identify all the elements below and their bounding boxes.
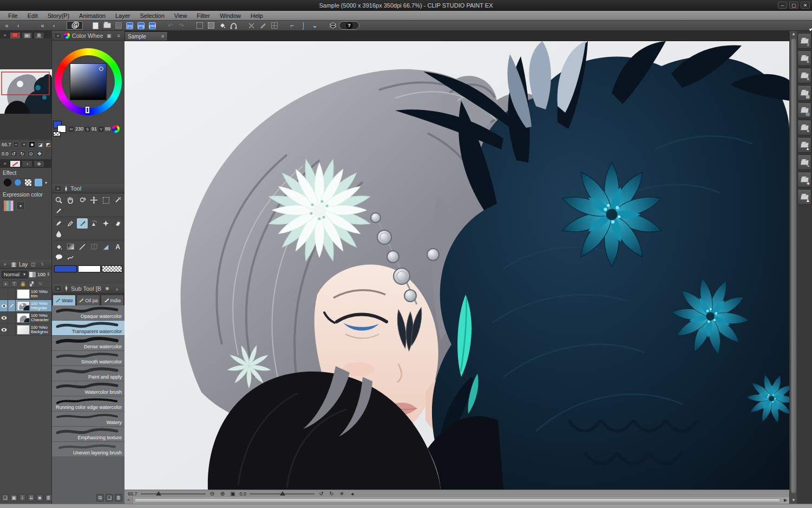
flip-vertical-icon[interactable]: ◩ xyxy=(45,141,51,148)
correct-line-tool[interactable] xyxy=(65,252,76,262)
tab-border[interactable]: ❖ xyxy=(34,160,44,167)
redo-button[interactable]: ↷ xyxy=(176,21,187,30)
effect-panel-menu-icon[interactable]: » xyxy=(1,160,9,167)
canvas-rotate-left-icon[interactable]: ↺ xyxy=(318,491,325,497)
rotate-canvas-tool[interactable] xyxy=(77,195,88,205)
maximize-button[interactable]: ▢ xyxy=(789,2,798,9)
eraser-tool[interactable] xyxy=(112,218,123,229)
scale-rotate-button[interactable] xyxy=(246,21,257,30)
material-monochromatic-button[interactable]: ✕ xyxy=(797,68,811,83)
effect-none-icon[interactable] xyxy=(4,179,11,186)
menu-view[interactable]: View xyxy=(169,11,192,20)
tab-navigator[interactable] xyxy=(22,32,32,38)
canvas-zoom-in-icon[interactable]: ⊕ xyxy=(219,491,226,497)
eyedropper-tool[interactable] xyxy=(53,205,64,216)
transfer-down-icon[interactable]: ⇩ xyxy=(19,494,26,502)
canvas-corner-button[interactable]: « xyxy=(125,497,133,504)
open-file-button[interactable] xyxy=(102,21,112,30)
canvas-zoom-slider[interactable] xyxy=(141,493,206,494)
flip-horizontal-icon[interactable]: ◪ xyxy=(37,141,43,148)
zoom-out-icon[interactable]: − xyxy=(13,141,19,148)
lock-layer-icon[interactable]: 🔒 xyxy=(19,281,27,287)
undo-button[interactable]: ↶ xyxy=(165,21,175,30)
new-sub-tool-icon[interactable]: ❏ xyxy=(106,494,113,502)
brush-item[interactable]: Uneven layering brush xyxy=(52,442,125,457)
layer-opacity-stepper[interactable]: 100⇕ xyxy=(37,272,50,277)
pencil-tool[interactable] xyxy=(65,218,76,229)
navigator-preview[interactable] xyxy=(0,69,52,114)
material-color-pattern-button[interactable]: ✳ xyxy=(797,50,811,66)
main-color-swatch[interactable] xyxy=(54,265,77,272)
workspace-button[interactable] xyxy=(328,21,338,30)
document-tab-sample[interactable]: Sample ✕ xyxy=(125,31,168,41)
brush-item[interactable]: Smooth watercolor xyxy=(52,351,125,366)
menu-filter[interactable]: Filter xyxy=(192,11,214,20)
blend-mode-select[interactable]: Normal ▾ xyxy=(2,271,28,278)
material-3d-button[interactable]: ◈ xyxy=(797,172,811,187)
brush-item[interactable]: Dense watercolor xyxy=(52,336,125,351)
layer-row-background[interactable]: 100 %NoBackgrou xyxy=(0,324,51,336)
clip-studio-launcher-button[interactable]: Ⓖ xyxy=(67,21,83,30)
hue-marker[interactable] xyxy=(86,107,89,113)
menu-animation[interactable]: Animation xyxy=(74,11,110,20)
ruler-tool[interactable] xyxy=(100,242,112,252)
dock-collapse2-icon[interactable]: « xyxy=(37,21,48,30)
dock-collapse-icon[interactable]: « xyxy=(2,21,12,30)
selection-launcher-button[interactable] xyxy=(228,21,239,30)
rotate-right-icon[interactable]: ↻ xyxy=(19,151,26,157)
zoom-tool[interactable] xyxy=(53,195,64,205)
hscroll-thumb[interactable] xyxy=(134,498,781,503)
text-tool[interactable]: A xyxy=(112,242,123,252)
selection-tool[interactable] xyxy=(100,195,112,205)
auto-select-tool[interactable] xyxy=(112,195,123,205)
layer-visibility-cell[interactable] xyxy=(0,300,8,311)
brush-item[interactable]: Watery xyxy=(52,412,125,427)
hand-tool[interactable] xyxy=(65,195,76,205)
move-tool[interactable] xyxy=(88,195,100,205)
minimize-button[interactable]: – xyxy=(778,2,787,9)
sub-color-swatch[interactable] xyxy=(78,265,101,272)
material-image-button[interactable]: ▲ xyxy=(797,137,811,153)
tab-subview[interactable] xyxy=(34,32,44,38)
tab-oil-paint[interactable]: Oil pa xyxy=(76,295,100,305)
expression-color-dropdown[interactable]: ▾ xyxy=(16,201,25,210)
tab-layer-preview[interactable] xyxy=(10,32,21,38)
vscroll-up-arrow[interactable]: ▲ xyxy=(790,31,797,37)
fill-tool[interactable] xyxy=(53,242,64,252)
hscroll-right-arrow[interactable]: ▶ xyxy=(782,497,789,504)
sub-tool-menu-icon[interactable]: » xyxy=(54,285,62,292)
rotate-left-icon[interactable]: ↺ xyxy=(10,151,17,157)
fit-to-screen-icon[interactable]: ■ xyxy=(29,141,35,148)
material-effect-button[interactable]: ✦ xyxy=(797,120,811,135)
canvas-reset-icon[interactable]: ✳ xyxy=(338,491,345,497)
layer-property-tab-icon[interactable]: ◫ xyxy=(29,261,37,268)
layer-visibility-cell[interactable] xyxy=(0,288,8,299)
sub-tool-settings-icon[interactable]: ✱ xyxy=(103,285,111,292)
fill-selection-button[interactable] xyxy=(217,21,227,30)
sv-marker[interactable] xyxy=(99,67,103,71)
transparent-swatch[interactable] xyxy=(102,265,122,272)
menu-story[interactable]: Story(P) xyxy=(43,11,74,20)
delete-sub-tool-icon[interactable]: 🗑 xyxy=(115,494,122,502)
tool-panel-menu-icon[interactable]: » xyxy=(54,185,62,192)
vscroll-thumb[interactable] xyxy=(791,38,796,493)
reset-rotation-icon[interactable]: ⊙ xyxy=(28,151,35,157)
airbrush-tool[interactable] xyxy=(88,218,100,229)
tab-watercolor[interactable]: Wate xyxy=(53,295,76,305)
snap-guide-button[interactable]: ⌄ xyxy=(310,21,320,30)
decoration-tool[interactable] xyxy=(100,218,112,229)
expression-color-chip[interactable] xyxy=(4,200,14,211)
brush-item[interactable]: Watercolor brush xyxy=(52,381,125,396)
clip-to-layer-icon[interactable]: ◖ xyxy=(2,281,9,287)
sub-tool-more-icon[interactable]: ▵ xyxy=(113,285,121,292)
balloon-tool[interactable] xyxy=(53,252,64,262)
reset-view-icon[interactable]: ✥ xyxy=(36,151,43,157)
brush-item[interactable]: Emphasizing texture xyxy=(52,427,125,442)
export-psd-button[interactable]: psd xyxy=(147,21,158,30)
canvas-fit-icon[interactable]: ▣ xyxy=(230,491,237,497)
material-pen-button[interactable]: ✎ xyxy=(797,154,811,170)
color-wheel[interactable] xyxy=(55,48,122,115)
copy-sub-tool-icon[interactable]: ⧉ xyxy=(96,494,104,502)
color-wheel-menu-icon[interactable]: » xyxy=(54,32,62,39)
color-mode-toggle-icon[interactable] xyxy=(112,125,120,133)
